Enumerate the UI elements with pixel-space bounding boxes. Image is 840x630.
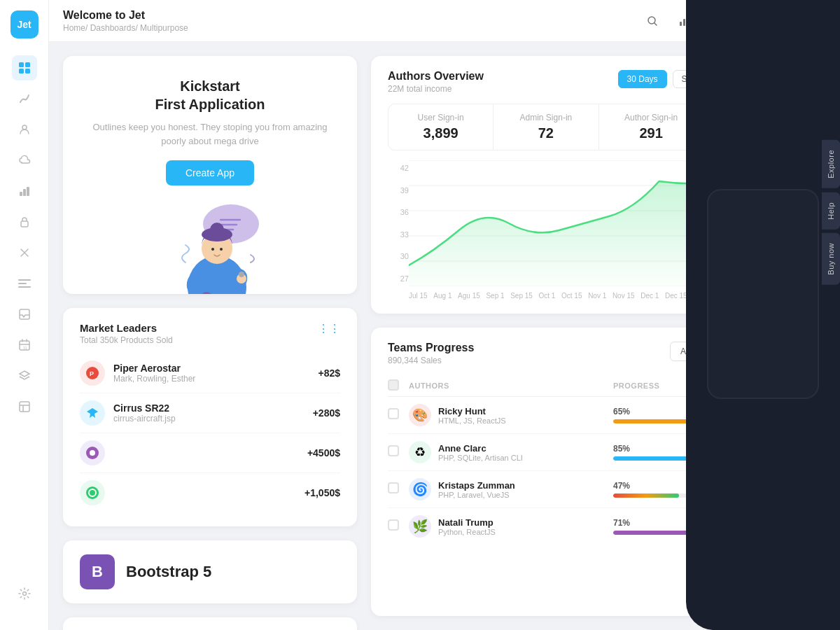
author-name: Anne Clarc: [438, 443, 523, 454]
x-label: Oct 1: [539, 292, 556, 300]
row-checkbox[interactable]: [388, 482, 399, 493]
stat-label: Author Sign-in: [610, 113, 692, 122]
x-label: Sep 15: [510, 292, 533, 300]
stat-label: User Sign-in: [400, 113, 482, 122]
illustration: [80, 200, 340, 294]
svg-rect-18: [680, 22, 682, 26]
market-item-desc: Mark, Rowling, Esther: [113, 374, 318, 384]
side-actions: Explore Help Buy now: [822, 140, 840, 285]
market-leaders-card: Market Leaders Total 350k Products Sold …: [63, 308, 357, 526]
col-check: [388, 375, 409, 397]
svg-point-33: [210, 223, 224, 237]
svg-rect-6: [23, 189, 26, 196]
svg-rect-12: [20, 309, 29, 319]
author-avatar: 🌀: [409, 478, 431, 500]
x-label: Dec 15: [665, 292, 687, 300]
bootstrap-promo-card: B Bootstrap 5: [63, 540, 357, 603]
svg-rect-0: [19, 62, 24, 67]
svg-rect-3: [25, 69, 30, 74]
sidebar-item-cloud[interactable]: [12, 148, 37, 173]
market-item-name: Cirrus SR22: [113, 402, 313, 414]
breadcrumb: Home/ Dashboards/ Multipurpose: [63, 23, 188, 33]
svg-rect-11: [18, 286, 31, 288]
market-icon-piper: P: [80, 360, 105, 386]
stat-value: 72: [505, 125, 587, 141]
kickstart-card: Kickstart First Application Outlines kee…: [63, 56, 357, 294]
row-checkbox[interactable]: [388, 445, 399, 456]
sidebar: Jet 31: [0, 0, 49, 630]
sidebar-item-inbox[interactable]: [12, 302, 37, 327]
create-app-button[interactable]: Create App: [166, 160, 254, 186]
list-item: Cessna SF150 cessna-aircraft.class.jsp +…: [80, 627, 340, 630]
page-title: Welcome to Jet: [63, 9, 188, 22]
stat-user-signin: User Sign-in 3,899: [388, 104, 493, 150]
svg-rect-5: [20, 192, 22, 196]
list-item: P Piper Aerostar Mark, Rowling, Esther +…: [80, 354, 340, 393]
sidebar-item-user[interactable]: [12, 117, 37, 142]
author-cell: 🌿 Natali Trump Python, ReactJS: [409, 515, 613, 538]
teams-title: Teams Progress: [388, 342, 670, 354]
svg-point-16: [22, 592, 26, 596]
x-label: Nov 15: [612, 292, 635, 300]
header-checkbox[interactable]: [388, 379, 399, 391]
y-label: 42: [388, 164, 409, 172]
sidebar-item-table[interactable]: [12, 394, 37, 419]
svg-point-4: [22, 125, 27, 130]
svg-text:P: P: [90, 370, 94, 377]
buy-now-button[interactable]: Buy now: [822, 233, 840, 285]
list-item: +4500$: [80, 433, 340, 473]
sidebar-item-chart[interactable]: [12, 178, 37, 204]
sidebar-item-analytics[interactable]: [12, 86, 37, 111]
author-cell: ♻ Anne Clarc PHP, SQLite, Artisan CLI: [409, 441, 613, 463]
y-label: 27: [388, 274, 409, 283]
sidebar-item-menu[interactable]: [12, 271, 37, 296]
sidebar-item-lock[interactable]: [12, 209, 37, 234]
svg-point-37: [239, 272, 244, 277]
x-label: Sep 1: [486, 292, 504, 300]
x-label: Nov 1: [588, 292, 606, 300]
authors-subtitle: 22M total income: [388, 84, 618, 94]
x-label: Dec 1: [640, 292, 659, 300]
y-label: 33: [388, 230, 409, 239]
row-checkbox[interactable]: [388, 408, 399, 419]
row-checkbox[interactable]: [388, 519, 399, 531]
svg-point-45: [90, 450, 95, 456]
x-label: Aug 1: [433, 292, 451, 300]
market-more-icon[interactable]: ⋮⋮: [318, 322, 340, 335]
svg-rect-9: [18, 279, 31, 281]
col-authors: AUTHORS: [409, 375, 613, 397]
sidebar-item-close[interactable]: [12, 240, 37, 265]
explore-button[interactable]: Explore: [822, 140, 840, 188]
author-name: Ricky Hunt: [438, 406, 506, 416]
settings-icon[interactable]: [12, 581, 37, 606]
author-cell: 🌀 Kristaps Zumman PHP, Laravel, VueJS: [409, 478, 613, 500]
bootstrap-label: Bootstrap 5: [126, 563, 211, 581]
svg-rect-19: [683, 19, 685, 26]
stat-value: 3,899: [400, 125, 482, 141]
search-button[interactable]: [641, 10, 664, 32]
svg-rect-10: [18, 283, 27, 284]
market-leaders-title: Market Leaders: [80, 322, 173, 334]
svg-rect-2: [19, 69, 24, 74]
author-cell: 🎨 Ricky Hunt HTML, JS, ReactJS: [409, 404, 613, 426]
help-button[interactable]: Help: [822, 192, 840, 230]
svg-point-34: [211, 248, 214, 251]
market-leaders-subtitle: Total 350k Products Sold: [80, 335, 173, 345]
author-skills: HTML, JS, ReactJS: [438, 416, 506, 425]
sidebar-item-layers[interactable]: [12, 363, 37, 388]
svg-rect-15: [20, 402, 29, 412]
author-skills: Python, ReactJS: [438, 528, 496, 536]
brand-logo[interactable]: Jet: [10, 10, 38, 38]
filter-30days[interactable]: 30 Days: [618, 70, 667, 88]
sidebar-item-dashboard[interactable]: [12, 55, 37, 80]
x-label: Agu 15: [458, 292, 480, 300]
y-label: 36: [388, 208, 409, 216]
list-item: Cirrus SR22 cirrus-aircraft.jsp +280$: [80, 393, 340, 433]
market-item-value: +280$: [313, 407, 340, 419]
svg-point-35: [220, 248, 223, 251]
sidebar-item-calendar[interactable]: 31: [12, 332, 37, 358]
market-item-value: +82$: [318, 368, 340, 379]
market-item-value: +4500$: [307, 447, 340, 458]
market-icon-3: [80, 440, 105, 465]
stat-admin-signin: Admin Sign-in 72: [493, 104, 598, 150]
